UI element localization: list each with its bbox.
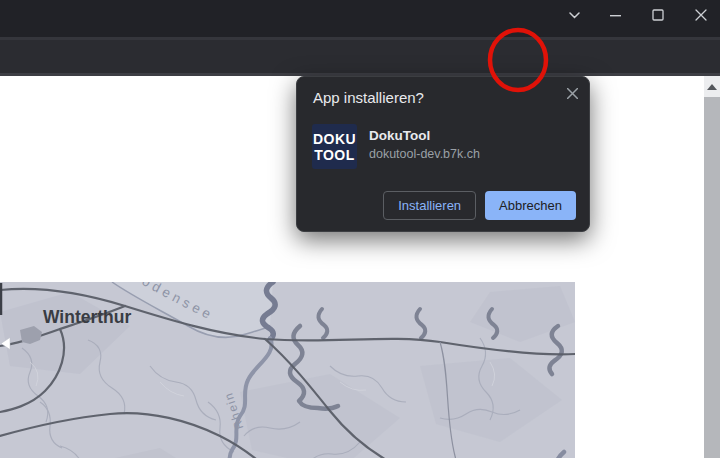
close-window-button[interactable] (681, 0, 720, 30)
install-button[interactable]: Installieren (383, 191, 476, 220)
dialog-close-button[interactable] (563, 84, 581, 102)
close-icon (567, 88, 578, 99)
dialog-buttons: Installieren Abbrechen (383, 191, 576, 220)
map-image[interactable]: Winterthur Bodensee Rhein (0, 282, 575, 458)
app-name: DokuTool (369, 128, 430, 143)
chevron-down-icon (569, 12, 580, 19)
vertical-scrollbar[interactable] (704, 76, 720, 458)
minimize-icon (610, 9, 621, 21)
scroll-up-arrow-icon (707, 84, 717, 90)
close-icon (695, 9, 707, 21)
map-label-city: Winterthur (43, 307, 131, 327)
maximize-icon (652, 9, 664, 21)
install-app-dialog: App installieren? DOKU TOOL DokuTool dok… (296, 76, 590, 232)
tab-search-button[interactable] (554, 0, 594, 30)
dialog-title: App installieren? (313, 89, 424, 106)
scrollbar-thumb[interactable] (704, 97, 720, 458)
scroll-up-button[interactable] (704, 76, 720, 97)
titlebar (0, 0, 720, 37)
app-origin: dokutool-dev.b7k.ch (369, 147, 480, 161)
maximize-button[interactable] (638, 0, 678, 30)
minimize-button[interactable] (595, 0, 635, 30)
app-logo-line1: DOKU (313, 131, 356, 147)
cancel-button[interactable]: Abbrechen (485, 191, 576, 220)
app-logo-line2: TOOL (314, 147, 355, 163)
app-logo: DOKU TOOL (312, 124, 357, 169)
browser-toolbar (0, 40, 720, 73)
browser-window: Winterthur Bodensee Rhein App installier… (0, 0, 720, 458)
